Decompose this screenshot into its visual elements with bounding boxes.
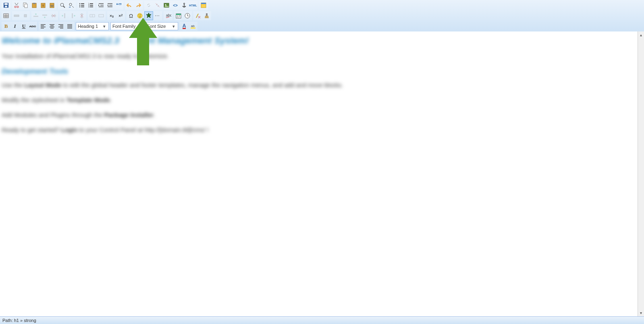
link-button[interactable] [144, 1, 153, 10]
svg-rect-17 [81, 3, 84, 4]
delete-row-button[interactable] [49, 11, 58, 20]
svg-rect-87 [67, 24, 72, 25]
svg-rect-25 [90, 5, 93, 6]
align-center-button[interactable] [48, 22, 56, 31]
save-button[interactable] [2, 1, 10, 10]
emoticon-button[interactable] [135, 11, 144, 20]
format-dropdown[interactable]: Heading 1 ▾ [76, 22, 109, 30]
table-row-props-button[interactable] [12, 11, 21, 20]
vertical-scrollbar[interactable]: ▴ ▾ [638, 31, 644, 316]
svg-point-62 [139, 15, 139, 15]
align-left-button[interactable] [39, 22, 48, 31]
align-right-button[interactable] [56, 22, 65, 31]
svg-rect-88 [67, 25, 72, 26]
svg-rect-90 [67, 28, 72, 29]
anchor-button[interactable] [180, 1, 189, 10]
copy-button[interactable] [21, 1, 30, 10]
outdent-button[interactable] [97, 1, 106, 10]
svg-rect-32 [109, 5, 112, 6]
svg-point-20 [79, 6, 81, 8]
undo-button[interactable] [125, 1, 134, 10]
spellcheck-button[interactable]: abc [164, 11, 172, 20]
toolbar-row-1: T W 123 “” <> HTML [0, 0, 644, 10]
cleanup-button[interactable] [202, 11, 211, 20]
insert-row-before-button[interactable] [31, 11, 40, 20]
svg-rect-86 [60, 28, 63, 29]
image-button[interactable] [162, 1, 171, 10]
insert-row-after-button[interactable] [40, 11, 49, 20]
svg-point-61 [137, 13, 142, 18]
svg-rect-85 [58, 27, 63, 27]
backcolor-button[interactable]: ab [189, 22, 197, 31]
doc-heading-2: Development Tools [2, 67, 636, 76]
superscript-button[interactable]: ×² [116, 11, 125, 20]
svg-rect-2 [5, 6, 7, 7]
svg-rect-54 [72, 13, 73, 18]
blockquote-button[interactable]: “” [114, 1, 123, 10]
svg-point-18 [79, 5, 81, 6]
scroll-down-button[interactable]: ▾ [638, 309, 644, 316]
insert-table-button[interactable] [2, 11, 10, 20]
forecolor-button[interactable]: A [180, 22, 189, 31]
bold-button[interactable]: B [2, 22, 10, 31]
insert-snippet-button[interactable] [144, 11, 153, 20]
split-cells-button[interactable] [88, 11, 97, 20]
doc-heading-1: Welcome to iPlasmaCMS2.3 Content Managem… [2, 36, 636, 46]
font-size-dropdown[interactable]: Font Size ▾ [145, 22, 178, 30]
svg-rect-79 [50, 24, 54, 25]
find-button[interactable] [58, 1, 67, 10]
svg-rect-84 [60, 25, 63, 26]
unlink-button[interactable] [153, 1, 162, 10]
svg-rect-29 [100, 5, 104, 6]
svg-text:ab: ab [191, 24, 195, 28]
svg-rect-81 [50, 27, 54, 27]
svg-point-3 [15, 6, 16, 8]
svg-rect-46 [14, 15, 19, 17]
doc-paragraph: Use the Layout Mode to edit the global h… [2, 82, 636, 88]
scroll-up-button[interactable]: ▴ [638, 31, 644, 38]
italic-button[interactable]: I [10, 22, 19, 31]
element-path[interactable]: Path: h1 » strong [2, 318, 36, 323]
remove-format-button[interactable] [193, 11, 202, 20]
editor-content[interactable]: Welcome to iPlasmaCMS2.3 Content Managem… [0, 31, 638, 316]
svg-rect-31 [108, 3, 112, 4]
html-button[interactable]: HTML [189, 1, 197, 10]
svg-text:3: 3 [88, 6, 89, 8]
svg-rect-27 [90, 6, 93, 7]
doc-paragraph: Modify the stylesheet in Template Mode. [2, 96, 636, 103]
replace-button[interactable] [67, 1, 76, 10]
code-button[interactable]: <> [171, 1, 180, 10]
table-cell-props-button[interactable] [21, 11, 30, 20]
paste-word-button[interactable]: W [48, 1, 56, 10]
chevron-down-icon: ▾ [102, 24, 107, 29]
special-char-button[interactable]: Ω [127, 11, 135, 20]
svg-point-15 [69, 3, 72, 6]
toolbar-row-3: B I U ABC Heading 1 ▾ Font Family ▾ Font… [0, 21, 644, 31]
merge-cells-button[interactable] [97, 11, 106, 20]
insert-col-before-button[interactable] [60, 11, 69, 20]
svg-rect-41 [4, 14, 8, 18]
subscript-button[interactable]: ×₂ [107, 11, 116, 20]
delete-col-button[interactable] [77, 11, 86, 20]
align-justify-button[interactable] [65, 22, 74, 31]
fullscreen-button[interactable] [199, 1, 208, 10]
font-family-dropdown[interactable]: Font Family ▾ [110, 22, 143, 30]
underline-button[interactable]: U [19, 22, 28, 31]
cut-button[interactable] [12, 1, 21, 10]
page-break-button[interactable] [153, 11, 162, 20]
insert-time-button[interactable] [183, 11, 192, 20]
chevron-down-icon: ▾ [137, 24, 141, 29]
status-bar: Path: h1 » strong [0, 316, 644, 324]
paste-text-button[interactable]: T [39, 1, 48, 10]
svg-text:T: T [42, 4, 44, 8]
ordered-list-button[interactable]: 123 [86, 1, 95, 10]
insert-col-after-button[interactable] [69, 11, 77, 20]
strikethrough-button[interactable]: ABC [28, 22, 37, 31]
redo-button[interactable] [134, 1, 143, 10]
unordered-list-button[interactable] [77, 1, 86, 10]
svg-rect-78 [41, 28, 44, 29]
svg-rect-8 [33, 3, 35, 4]
indent-button[interactable] [106, 1, 114, 10]
paste-button[interactable] [30, 1, 39, 10]
insert-date-button[interactable]: 17 [174, 11, 183, 20]
